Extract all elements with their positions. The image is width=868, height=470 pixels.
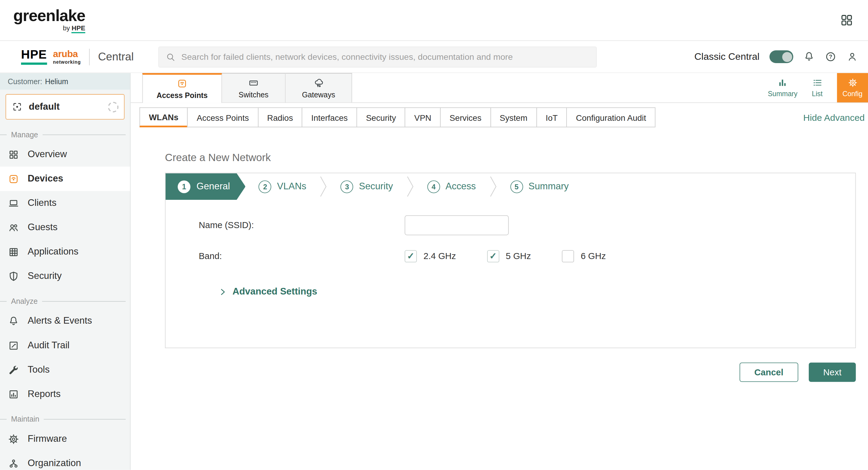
subtab-vpn[interactable]: VPN xyxy=(405,107,441,127)
wrench-icon xyxy=(8,364,20,376)
step-separator-chevron-icon xyxy=(489,173,497,199)
step-number: 3 xyxy=(341,180,353,193)
apps-grid-icon[interactable] xyxy=(840,13,854,27)
page-title: Create a New Network xyxy=(165,152,856,164)
user-profile-icon[interactable] xyxy=(846,51,858,63)
gateway-cloud-icon xyxy=(313,77,324,88)
ssid-input[interactable] xyxy=(405,215,508,235)
sidebar-item-reports[interactable]: Reports xyxy=(0,382,130,406)
config-subtabs: WLANs Access Points Radios Interfaces Se… xyxy=(131,103,868,132)
sidebar-item-guests[interactable]: Guests xyxy=(0,215,130,240)
view-config[interactable]: Config xyxy=(837,73,868,102)
sidebar-item-alerts-events[interactable]: Alerts & Events xyxy=(0,309,130,333)
subtab-interfaces[interactable]: Interfaces xyxy=(302,107,357,127)
report-chart-icon xyxy=(8,388,20,400)
switch-icon xyxy=(248,77,259,88)
subtab-configuration-audit[interactable]: Configuration Audit xyxy=(566,107,655,127)
sidebar-item-overview[interactable]: Overview xyxy=(0,142,130,166)
people-icon xyxy=(8,222,20,233)
notifications-bell-icon[interactable] xyxy=(803,51,815,63)
overview-grid-icon xyxy=(8,149,20,160)
step-number: 1 xyxy=(178,180,190,193)
sidebar-item-firmware[interactable]: Firmware xyxy=(0,427,130,451)
apps-table-icon xyxy=(8,246,20,258)
wizard-step-vlans[interactable]: 2 VLANs xyxy=(246,173,320,199)
subtab-radios[interactable]: Radios xyxy=(257,107,302,127)
brand-divider xyxy=(89,49,90,65)
checkbox-24ghz[interactable] xyxy=(405,250,417,263)
sidebar-item-devices[interactable]: Devices xyxy=(0,166,130,191)
tab-gateways[interactable]: Gateways xyxy=(285,73,352,102)
central-appbar: HPE aruba networking Central Classic Cen… xyxy=(0,41,868,73)
laptop-icon xyxy=(8,197,20,209)
subtab-access-points[interactable]: Access Points xyxy=(187,107,258,127)
checkbox-5ghz[interactable] xyxy=(487,250,499,263)
svg-text:?: ? xyxy=(829,54,832,60)
aruba-networking-logo: aruba networking xyxy=(53,49,81,64)
list-icon xyxy=(812,77,823,88)
band-option-5ghz[interactable]: 5 GHz xyxy=(487,250,531,263)
global-search[interactable] xyxy=(158,46,597,67)
wizard-step-access[interactable]: 4 Access xyxy=(414,173,489,199)
customer-name: Helium xyxy=(45,77,68,86)
sidebar-item-clients[interactable]: Clients xyxy=(0,191,130,215)
tab-switches[interactable]: Switches xyxy=(222,73,286,102)
wizard-step-general[interactable]: 1 General xyxy=(165,173,246,199)
loading-spinner-icon xyxy=(108,101,118,112)
subtab-wlans[interactable]: WLANs xyxy=(140,107,188,127)
group-name: default xyxy=(29,101,60,113)
subtab-services[interactable]: Services xyxy=(440,107,491,127)
product-name: Central xyxy=(98,51,134,63)
sidebar-item-organization[interactable]: Organization xyxy=(0,451,130,470)
cancel-button[interactable]: Cancel xyxy=(739,363,798,382)
gear-icon xyxy=(8,433,20,445)
section-label-manage: Manage xyxy=(0,131,130,139)
band-label: Band: xyxy=(199,251,405,261)
search-input[interactable] xyxy=(180,51,589,62)
greenlake-logo: greenlake by HPE xyxy=(13,7,85,33)
step-number: 4 xyxy=(427,180,440,193)
step-separator-chevron-icon xyxy=(319,173,327,199)
sidebar-item-tools[interactable]: Tools xyxy=(0,357,130,382)
sidebar-item-applications[interactable]: Applications xyxy=(0,240,130,264)
group-icon xyxy=(12,101,23,113)
checkbox-6ghz[interactable] xyxy=(562,250,575,263)
greenlake-wordmark: greenlake xyxy=(13,7,85,24)
main-area: Access Points Switches Gateways Summary xyxy=(131,73,868,470)
classic-central-toggle[interactable] xyxy=(769,51,793,63)
subtab-iot[interactable]: IoT xyxy=(536,107,567,127)
advanced-settings-toggle[interactable]: Advanced Settings xyxy=(219,286,856,297)
band-option-24ghz[interactable]: 2.4 GHz xyxy=(405,250,456,263)
sidebar-item-security[interactable]: Security xyxy=(0,264,130,288)
section-label-maintain: Maintain xyxy=(0,415,130,424)
appbar-actions: Classic Central ? xyxy=(694,51,858,63)
subtab-security[interactable]: Security xyxy=(356,107,405,127)
band-option-6ghz[interactable]: 6 GHz xyxy=(562,250,606,263)
wizard-steps: 1 General 2 VLANs 3 Security xyxy=(165,173,856,199)
access-point-icon xyxy=(177,78,188,89)
sidebar-item-audit-trail[interactable]: Audit Trail xyxy=(0,333,130,357)
group-selector[interactable]: default xyxy=(5,94,124,120)
org-hierarchy-icon xyxy=(8,458,20,469)
hpe-logo: HPE xyxy=(21,49,47,65)
section-label-analyze: Analyze xyxy=(0,297,130,306)
content-area: Create a New Network 1 General 2 VLANs xyxy=(131,132,868,470)
wizard-step-security[interactable]: 3 Security xyxy=(327,173,406,199)
view-summary[interactable]: Summary xyxy=(768,77,798,98)
bell-icon xyxy=(8,315,20,327)
help-icon[interactable]: ? xyxy=(825,51,836,63)
hide-advanced-link[interactable]: Hide Advanced xyxy=(797,112,865,123)
step-number: 2 xyxy=(259,180,271,193)
hpe-mini-logo: HPE xyxy=(71,25,85,33)
tab-access-points[interactable]: Access Points xyxy=(142,73,222,103)
next-button[interactable]: Next xyxy=(809,363,856,382)
step-number: 5 xyxy=(510,180,523,193)
view-list[interactable]: List xyxy=(812,77,823,98)
ssid-row: Name (SSID): xyxy=(199,210,855,241)
wizard-step-summary[interactable]: 5 Summary xyxy=(497,173,582,199)
subtab-system[interactable]: System xyxy=(490,107,537,127)
ssid-label: Name (SSID): xyxy=(199,220,405,230)
customer-bar: Customer: Helium xyxy=(0,73,130,90)
band-options: 2.4 GHz 5 GHz 6 GHz xyxy=(405,250,637,263)
chevron-right-icon xyxy=(219,288,227,296)
